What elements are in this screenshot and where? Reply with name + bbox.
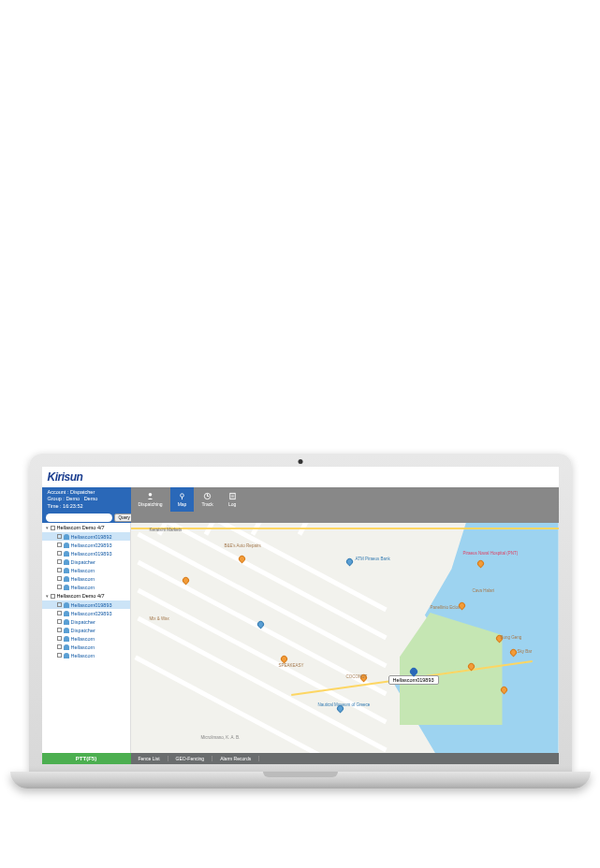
map-label: Piraeus Naval Hospital (PNT) — [463, 551, 520, 556]
tree-item-label: Hellascom029893 — [71, 611, 112, 616]
alarm-records-link[interactable]: Alarm Records — [212, 756, 259, 761]
log-icon — [228, 492, 237, 500]
app-header: Kirisun — [42, 467, 559, 487]
map-label: SPEAKEASY — [279, 663, 304, 668]
user-icon — [64, 628, 69, 633]
marker-label: Hellascom019893 — [393, 677, 434, 683]
tree-item[interactable]: Hellascom — [42, 566, 130, 574]
search-bar: Query — [42, 512, 131, 523]
tree-item[interactable]: Hellascom — [42, 634, 130, 643]
checkbox-icon[interactable] — [57, 644, 62, 649]
user-icon — [64, 568, 69, 573]
search-input[interactable] — [46, 514, 112, 522]
user-icon — [64, 559, 69, 565]
tree-item[interactable]: Dispatcher — [42, 617, 130, 626]
tree-item[interactable]: Hellascom — [42, 583, 130, 591]
tree-item[interactable]: Hellascom — [42, 574, 130, 583]
tab-dispatching[interactable]: Dispatching — [131, 487, 170, 512]
map-label: ATM Piraeus Bank — [356, 557, 390, 561]
tab-dispatching-label: Dispatching — [139, 501, 163, 507]
map-label: B&E's Auto Repairs — [225, 543, 261, 548]
time-value: 16:23:52 — [63, 503, 82, 509]
geo-fencing-link[interactable]: GEO-Fencing — [168, 756, 213, 761]
fence-list-link[interactable]: Fence List — [131, 756, 168, 761]
dispatching-icon — [146, 492, 154, 500]
checkbox-icon[interactable] — [57, 585, 62, 589]
account-info: Account : Dispatcher Group : Demo Demo T… — [42, 488, 131, 510]
user-icon — [64, 534, 69, 540]
user-icon — [64, 602, 69, 608]
tree-item[interactable]: Hellascom019893 — [42, 600, 130, 609]
device-tree[interactable]: Hellascom Demo 4/7Hellascom019892Hellasc… — [42, 523, 131, 753]
tree-item-label: Hellascom019893 — [71, 602, 112, 608]
tree-item[interactable]: Hellascom029893 — [42, 541, 130, 549]
tab-map-label: Map — [178, 501, 187, 507]
user-icon — [64, 585, 69, 590]
map-label: Sky Bar — [518, 649, 533, 654]
tree-item[interactable]: Hellascom — [42, 651, 130, 659]
laptop-bezel: Kirisun Account : Dispatcher Group : Dem… — [29, 454, 572, 772]
map-label: Cava Halari — [473, 588, 495, 593]
group-value2: Demo — [84, 496, 98, 501]
tab-map[interactable]: Map — [170, 487, 195, 512]
map-label: Panellinio Eclos — [431, 605, 461, 610]
tree-group-label: Hellascom Demo 4/7 — [57, 593, 105, 599]
tab-track[interactable]: Track — [194, 487, 220, 512]
tree-group[interactable]: Hellascom Demo 4/7 — [42, 591, 130, 600]
checkbox-icon[interactable] — [57, 534, 62, 539]
checkbox-icon[interactable] — [57, 551, 62, 556]
map-label: COCONUT — [346, 674, 368, 679]
search-row: Query — [42, 512, 559, 523]
checkbox-icon[interactable] — [57, 602, 62, 607]
tab-track-label: Track — [201, 501, 212, 507]
track-icon — [203, 492, 212, 500]
brand-logo: Kirisun — [48, 470, 83, 484]
dispatch-app: Kirisun Account : Dispatcher Group : Dem… — [42, 467, 559, 764]
tree-group[interactable]: Hellascom Demo 4/7 — [42, 523, 130, 532]
tree-item-label: Hellascom029893 — [71, 542, 112, 548]
user-icon — [64, 611, 69, 616]
tab-log[interactable]: Log — [221, 487, 244, 512]
checkbox-icon[interactable] — [57, 619, 62, 624]
checkbox-icon[interactable] — [57, 611, 62, 615]
ptt-button[interactable]: PTT(F5) — [42, 753, 131, 764]
svg-point-1 — [181, 494, 184, 498]
map-label: Nautical Museum of Greece — [318, 702, 371, 707]
laptop-mockup: Kirisun Account : Dispatcher Group : Dem… — [29, 454, 572, 809]
tree-item-label: Hellascom — [71, 636, 95, 642]
checkbox-icon[interactable] — [51, 526, 55, 530]
checkbox-icon[interactable] — [57, 653, 62, 658]
main-content: Hellascom Demo 4/7Hellascom019892Hellasc… — [42, 523, 559, 753]
checkbox-icon[interactable] — [57, 576, 62, 581]
tree-item[interactable]: Hellascom029893 — [42, 609, 130, 617]
marker-callout[interactable]: Hellascom019893 — [388, 675, 439, 685]
tree-item[interactable]: Dispatcher — [42, 626, 130, 634]
camera-icon — [298, 459, 302, 464]
checkbox-icon[interactable] — [57, 568, 62, 572]
tree-item[interactable]: Hellascom019893 — [42, 549, 130, 557]
tree-item-label: Dispatcher — [71, 628, 95, 633]
map[interactable]: Keratsini Markets B&E's Auto Repairs ATM… — [131, 523, 559, 753]
time-label: Time : — [48, 503, 62, 509]
checkbox-icon[interactable] — [57, 628, 62, 632]
group-value1: Demo — [66, 496, 80, 501]
checkbox-icon[interactable] — [51, 594, 55, 599]
tree-item[interactable]: Hellascom019892 — [42, 532, 130, 541]
user-icon — [64, 644, 69, 650]
laptop-notch — [263, 772, 338, 777]
user-icon — [64, 576, 69, 582]
tree-item-label: Hellascom019893 — [71, 551, 112, 557]
tab-log-label: Log — [228, 501, 236, 507]
checkbox-icon[interactable] — [57, 636, 62, 641]
user-icon — [64, 636, 69, 642]
map-label: Bung Geng — [501, 635, 522, 640]
map-label: Keratsini Markets — [150, 528, 183, 532]
tree-item[interactable]: Hellascom — [42, 643, 130, 651]
checkbox-icon[interactable] — [57, 542, 62, 547]
tree-item-label: Hellascom — [71, 585, 95, 590]
checkbox-icon[interactable] — [57, 559, 62, 564]
user-icon — [64, 542, 69, 548]
account-label: Account : — [48, 489, 69, 495]
tree-item-label: Hellascom — [71, 644, 95, 650]
tree-item[interactable]: Dispatcher — [42, 557, 130, 566]
